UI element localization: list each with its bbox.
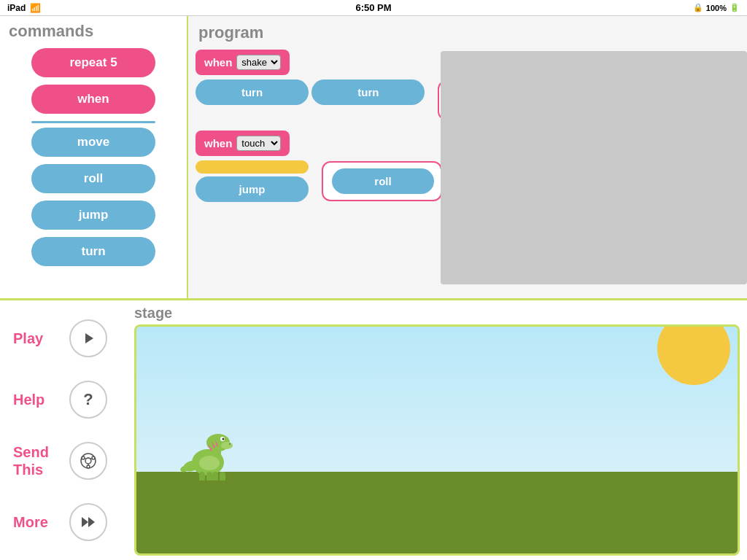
- send-this-button[interactable]: [69, 442, 107, 480]
- roll-action-touch[interactable]: roll: [332, 168, 434, 194]
- dinosaur-sprite: [180, 415, 239, 481]
- top-section: commands repeat 5 when move roll jump tu…: [0, 16, 747, 300]
- send-this-control[interactable]: SendThis: [13, 442, 107, 480]
- battery-icon: 🔋: [729, 3, 740, 12]
- turn-action-1[interactable]: turn: [196, 79, 309, 105]
- status-right: 🔒 100% 🔋: [693, 3, 740, 12]
- status-left: iPad 📶: [7, 3, 41, 13]
- svg-rect-23: [212, 472, 218, 481]
- stage-ground: [136, 472, 738, 553]
- play-button[interactable]: [69, 319, 107, 357]
- svg-rect-24: [220, 472, 225, 481]
- status-time: 6:50 PM: [355, 2, 391, 13]
- svg-rect-25: [199, 472, 205, 481]
- more-button[interactable]: [69, 503, 107, 541]
- share-icon: [80, 452, 97, 470]
- svg-point-14: [221, 442, 233, 449]
- svg-point-5: [87, 465, 90, 468]
- turn-button[interactable]: turn: [31, 237, 155, 266]
- svg-marker-10: [88, 517, 95, 527]
- yellow-placeholder-block: [196, 160, 309, 174]
- jump-button[interactable]: jump: [31, 201, 155, 230]
- wifi-icon: 📶: [30, 3, 41, 13]
- roll-button[interactable]: roll: [31, 164, 155, 193]
- status-bar: iPad 📶 6:50 PM 🔒 100% 🔋: [0, 0, 747, 16]
- when-touch-label: when: [204, 137, 232, 149]
- send-this-label: SendThis: [13, 443, 61, 478]
- lock-icon: 🔒: [693, 3, 703, 12]
- play-label: Play: [13, 330, 61, 347]
- help-button[interactable]: ?: [69, 381, 107, 419]
- when-touch-block: when touch shake: [196, 131, 290, 156]
- cmd-underline: [31, 121, 155, 123]
- svg-rect-26: [206, 472, 212, 481]
- question-icon: ?: [83, 390, 93, 409]
- svg-point-17: [229, 443, 231, 445]
- svg-point-1: [81, 454, 96, 468]
- commands-title: commands: [6, 22, 181, 41]
- when-button[interactable]: when: [31, 85, 155, 114]
- more-control[interactable]: More: [13, 503, 107, 541]
- stage-canvas: [134, 324, 740, 556]
- battery-label: 100%: [706, 4, 727, 12]
- svg-point-27: [199, 456, 220, 470]
- main-container: commands repeat 5 when move roll jump tu…: [0, 16, 747, 560]
- turn-action-2[interactable]: turn: [311, 79, 425, 105]
- jump-action-touch[interactable]: jump: [196, 176, 309, 202]
- play-icon: [80, 330, 96, 346]
- commands-panel: commands repeat 5 when move roll jump tu…: [0, 16, 188, 298]
- program-panel: program when shake touch turn: [188, 16, 747, 298]
- move-button[interactable]: move: [31, 128, 155, 157]
- when-shake-block: when shake touch: [196, 50, 290, 75]
- stage-panel: stage: [130, 300, 747, 560]
- more-label: More: [13, 514, 61, 531]
- svg-point-16: [222, 438, 225, 440]
- svg-marker-9: [82, 517, 88, 527]
- play-control[interactable]: Play: [13, 319, 107, 357]
- bottom-section: Play Help ? SendThis: [0, 300, 747, 560]
- help-label: Help: [13, 392, 61, 408]
- svg-marker-0: [85, 333, 93, 343]
- when-shake-label: when: [204, 56, 232, 69]
- shake-select[interactable]: shake touch: [236, 55, 281, 70]
- controls-panel: Play Help ? SendThis: [0, 300, 130, 560]
- ipad-label: iPad: [7, 3, 26, 13]
- repeat5-button[interactable]: repeat 5: [31, 48, 155, 77]
- program-title: program: [196, 23, 740, 42]
- program-gray-area: [441, 51, 747, 284]
- help-control[interactable]: Help ?: [13, 381, 107, 419]
- touch-select[interactable]: touch shake: [236, 136, 281, 151]
- stage-title: stage: [134, 305, 740, 322]
- fast-forward-icon: [79, 513, 98, 532]
- dino-container: [180, 415, 239, 481]
- touch-sub-block: roll: [322, 161, 442, 201]
